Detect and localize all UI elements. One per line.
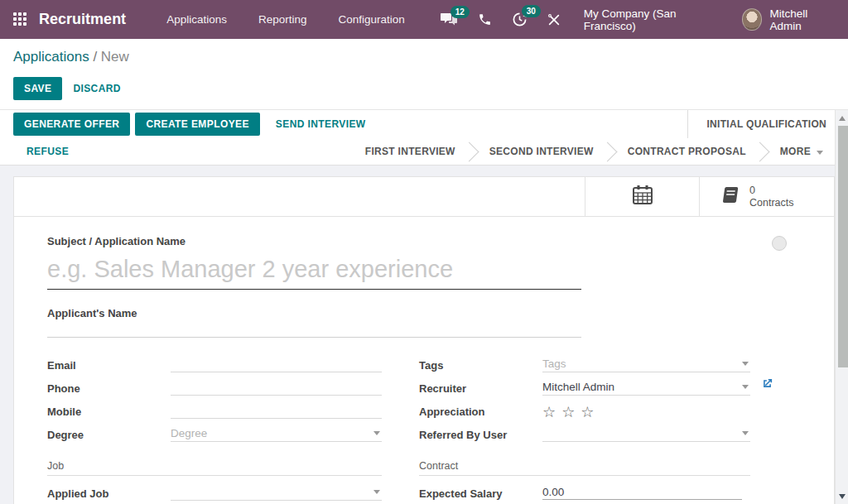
control-panel-top: Applications / New SAVE DISCARD (0, 39, 848, 110)
send-interview-button[interactable]: SEND INTERVIEW (265, 113, 377, 136)
appreciation-label: Appreciation (419, 402, 542, 425)
recruiter-row: Recruiter (419, 379, 750, 402)
recruitment-app-window: Recruitment Applications Reporting Confi… (0, 0, 848, 504)
star-rating-icons[interactable]: ☆☆☆ (542, 404, 600, 420)
chevron-down-icon (817, 151, 823, 155)
chevron-down-icon[interactable] (373, 431, 380, 435)
subject-label: Subject / Application Name (47, 235, 749, 247)
email-row: Email (47, 356, 382, 379)
discard-button[interactable]: DISCARD (62, 77, 131, 100)
breadcrumb-applications[interactable]: Applications (13, 49, 89, 65)
tags-row: Tags (419, 356, 750, 379)
stage-first-interview[interactable]: FIRST INTERVIEW (365, 146, 455, 157)
stage-separator-icon (459, 142, 479, 161)
tools-icon (547, 13, 561, 26)
save-button[interactable]: SAVE (13, 77, 62, 100)
subject-input[interactable] (47, 254, 581, 290)
recruiter-label: Recruiter (419, 379, 542, 402)
messages-button[interactable]: 12 (441, 12, 458, 26)
tools-button[interactable] (547, 13, 561, 26)
contracts-label: Contracts (749, 197, 794, 209)
mobile-row: Mobile (47, 402, 382, 425)
stage-contract-proposal[interactable]: CONTRACT PROPOSAL (628, 146, 746, 157)
statusbar-stages: FIRST INTERVIEW SECOND INTERVIEW CONTRAC… (365, 145, 835, 159)
contracts-stat-button[interactable]: 0 Contracts (699, 177, 834, 216)
expected-salary-label: Expected Salary (419, 484, 542, 504)
applied-job-label: Applied Job (47, 484, 171, 504)
applied-job-select[interactable] (171, 484, 382, 500)
menu-reporting[interactable]: Reporting (243, 13, 323, 26)
stage-separator-icon (749, 142, 769, 161)
phone-icon (478, 12, 492, 26)
apps-grid-icon[interactable] (13, 12, 26, 26)
stage-more-dropdown[interactable]: MORE (780, 146, 823, 157)
contracts-count: 0 (749, 185, 794, 197)
vertical-scrollbar[interactable] (835, 110, 848, 504)
stage-initial-qualification[interactable]: INITIAL QUALIFICATION (687, 110, 835, 138)
mobile-label: Mobile (47, 402, 171, 425)
form-fields: Subject / Application Name Applicant's N… (14, 217, 834, 504)
mobile-input[interactable] (171, 402, 382, 418)
activities-badge: 30 (522, 5, 541, 17)
chevron-down-icon[interactable] (373, 490, 380, 494)
applicant-name-label: Applicant's Name (47, 307, 749, 319)
meetings-stat-button[interactable] (585, 177, 699, 216)
degree-row: Degree (47, 425, 382, 449)
book-icon (720, 185, 740, 208)
chevron-down-icon[interactable] (742, 431, 749, 435)
scroll-up-arrow-icon[interactable] (839, 116, 846, 121)
email-label: Email (47, 356, 171, 379)
expected-salary-row: Expected Salary (419, 484, 750, 504)
chevron-down-icon[interactable] (742, 385, 749, 389)
tags-label: Tags (419, 356, 542, 379)
referred-by-user-select[interactable] (542, 425, 750, 441)
stat-button-row: 0 Contracts (14, 177, 834, 217)
expected-salary-input[interactable] (542, 484, 742, 500)
voip-button[interactable] (478, 12, 492, 26)
scrollbar-thumb[interactable] (838, 126, 848, 367)
tags-select[interactable] (542, 356, 750, 372)
phone-row: Phone (47, 379, 382, 402)
app-title[interactable]: Recruitment (39, 11, 126, 28)
stage-second-interview[interactable]: SECOND INTERVIEW (489, 146, 594, 157)
chevron-down-icon[interactable] (742, 362, 749, 366)
user-avatar[interactable] (742, 8, 763, 31)
breadcrumb-separator: / (89, 49, 101, 65)
form-content-area: 0 Contracts Subject / Application Name A… (0, 166, 835, 504)
degree-label: Degree (47, 425, 171, 449)
phone-label: Phone (47, 379, 171, 402)
applied-job-row: Applied Job (47, 484, 382, 504)
degree-select[interactable] (171, 425, 382, 441)
user-menu[interactable]: Mitchell Admin (769, 7, 835, 32)
appreciation-row: Appreciation ☆☆☆ (419, 402, 750, 425)
job-section-title: Job (47, 460, 382, 476)
form-sheet: 0 Contracts Subject / Application Name A… (13, 176, 835, 504)
breadcrumb: Applications / New (13, 49, 835, 65)
menu-applications[interactable]: Applications (151, 13, 243, 26)
generate-offer-button[interactable]: GENERATE OFFER (13, 113, 130, 136)
applicant-name-input[interactable] (47, 323, 581, 338)
external-link-icon[interactable] (761, 377, 773, 393)
phone-input[interactable] (171, 379, 382, 395)
create-employee-button[interactable]: CREATE EMPLOYEE (135, 113, 259, 136)
menu-configuration[interactable]: Configuration (322, 13, 420, 26)
email-input[interactable] (171, 356, 382, 372)
activities-button[interactable]: 30 (512, 12, 528, 27)
top-navbar: Recruitment Applications Reporting Confi… (0, 0, 848, 39)
breadcrumb-current: New (101, 49, 129, 65)
calendar-icon (632, 185, 653, 209)
referred-row: Referred By User (419, 425, 750, 449)
contract-section-title: Contract (419, 460, 750, 476)
refuse-button[interactable]: REFUSE (26, 140, 80, 163)
scroll-down-arrow-icon[interactable] (839, 494, 846, 499)
company-switcher[interactable]: My Company (San Francisco) (584, 7, 717, 32)
messages-badge: 12 (450, 6, 470, 18)
referred-by-user-label: Referred By User (419, 425, 542, 449)
recruiter-select[interactable] (542, 379, 750, 395)
form-statusbar-panel: GENERATE OFFER CREATE EMPLOYEE SEND INTE… (0, 110, 835, 166)
stage-separator-icon (597, 142, 617, 161)
